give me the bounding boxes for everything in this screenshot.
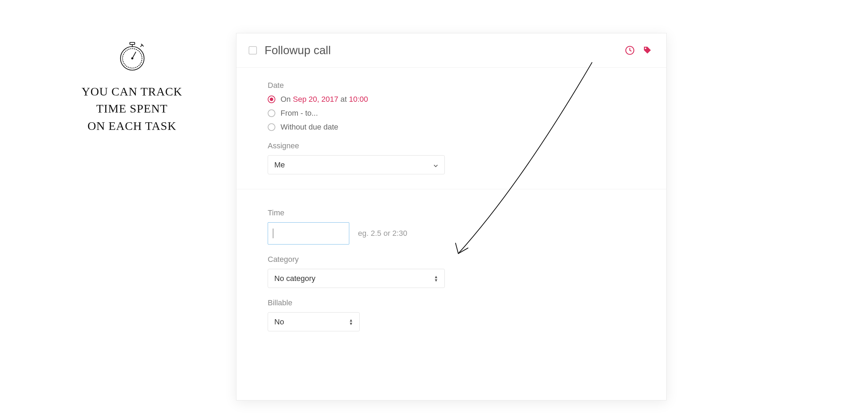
time-hint: eg. 2.5 or 2:30 [358, 229, 407, 238]
billable-select[interactable]: No ▲▼ [268, 312, 360, 331]
svg-point-7 [132, 58, 133, 59]
assignee-select[interactable]: Me [268, 155, 445, 174]
header-icons [625, 45, 652, 56]
tag-icon[interactable] [642, 45, 652, 56]
radio-label-nodue: Without due date [281, 123, 338, 132]
svg-point-9 [645, 48, 646, 49]
date-section: Date On Sep 20, 2017 at 10:00 From - to.… [236, 68, 666, 189]
assignee-value: Me [274, 160, 285, 169]
category-select[interactable]: No category ▲▼ [268, 269, 445, 288]
radio-icon [268, 123, 275, 131]
clock-icon[interactable] [625, 45, 635, 56]
annotation-block: YOU CAN TRACK TIME SPENT ON EACH TASK [80, 42, 184, 134]
updown-icon: ▲▼ [349, 318, 353, 325]
category-value: No category [274, 274, 316, 283]
time-section: Time eg. 2.5 or 2:30 Category No categor… [236, 189, 666, 346]
radio-label-on: On Sep 20, 2017 at 10:00 [281, 95, 368, 104]
time-label: Time [268, 208, 635, 217]
radio-option-on[interactable]: On Sep 20, 2017 at 10:00 [268, 95, 635, 104]
radio-label-fromto: From - to... [281, 109, 318, 118]
date-label: Date [268, 81, 635, 90]
task-title: Followup call [265, 44, 625, 57]
radio-icon [268, 109, 275, 117]
date-radio-group: On Sep 20, 2017 at 10:00 From - to... Wi… [268, 95, 635, 132]
text-cursor [273, 229, 273, 238]
stopwatch-icon [119, 42, 145, 73]
radio-option-fromto[interactable]: From - to... [268, 109, 635, 118]
billable-value: No [274, 317, 284, 326]
radio-checked-icon [268, 96, 275, 103]
chevron-down-icon [433, 160, 438, 169]
task-complete-checkbox[interactable] [249, 46, 257, 55]
updown-icon: ▲▼ [434, 275, 438, 282]
category-label: Category [268, 255, 635, 264]
time-row: eg. 2.5 or 2:30 [268, 222, 635, 245]
billable-label: Billable [268, 298, 635, 307]
task-panel: Followup call Date On Sep 20, 2 [236, 33, 667, 400]
assignee-label: Assignee [268, 141, 635, 150]
radio-option-nodue[interactable]: Without due date [268, 123, 635, 132]
panel-header: Followup call [236, 33, 666, 68]
annotation-text: YOU CAN TRACK TIME SPENT ON EACH TASK [80, 83, 184, 134]
time-input[interactable] [268, 222, 349, 245]
